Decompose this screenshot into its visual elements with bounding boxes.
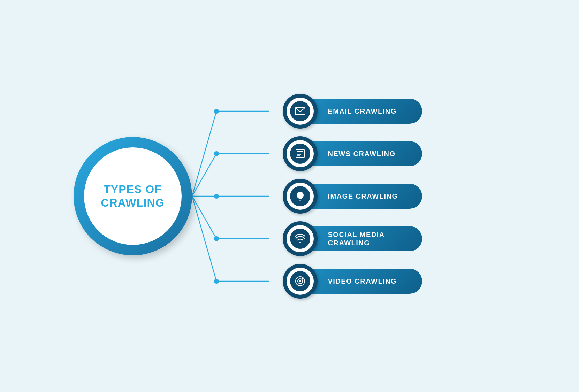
center-circle-inner: TYPES OF CRAWLING [84, 147, 182, 245]
center-circle: TYPES OF CRAWLING [74, 137, 192, 255]
svg-rect-21 [299, 200, 302, 200]
email-icon-inner [287, 98, 314, 125]
image-crawling-item: IMAGE CRAWLING [283, 179, 534, 214]
svg-line-4 [192, 196, 216, 281]
news-crawling-label: NEWS CRAWLING [311, 141, 422, 166]
social-crawling-item: SOCIAL MEDIACRAWLING [283, 221, 534, 256]
svg-line-1 [192, 154, 216, 196]
svg-rect-16 [296, 149, 304, 158]
image-icon-inner [287, 183, 314, 210]
news-icon-inner [287, 140, 314, 167]
svg-point-10 [214, 109, 219, 114]
news-icon-outer [283, 136, 318, 171]
svg-point-26 [302, 278, 303, 279]
svg-rect-22 [299, 200, 301, 201]
lightbulb-icon [290, 186, 310, 206]
email-crawling-item: EMAIL CRAWLING [283, 94, 534, 129]
svg-line-3 [192, 196, 216, 239]
email-icon [290, 101, 310, 121]
video-icon-inner [287, 268, 314, 295]
center-line2: CRAWLING [101, 197, 164, 209]
svg-point-11 [214, 151, 219, 156]
svg-point-13 [214, 236, 219, 241]
video-crawling-label: VIDEO CRAWLING [311, 269, 422, 294]
svg-point-12 [214, 194, 219, 199]
social-icon-outer [283, 221, 318, 256]
crawl-items-container: EMAIL CRAWLING [283, 22, 534, 370]
video-icon-outer [283, 264, 318, 299]
image-icon-outer [283, 179, 318, 214]
video-crawling-item: VIDEO CRAWLING [283, 264, 534, 299]
svg-line-0 [192, 111, 216, 196]
video-icon [290, 271, 310, 291]
social-icon-inner [287, 225, 314, 252]
svg-point-14 [214, 279, 219, 284]
image-crawling-label: IMAGE CRAWLING [311, 184, 422, 209]
email-crawling-label: EMAIL CRAWLING [311, 99, 422, 124]
main-diagram: TYPES OF CRAWLING EMAIL CRAWLING [46, 22, 534, 370]
news-crawling-item: NEWS CRAWLING [283, 136, 534, 171]
news-icon [290, 144, 310, 164]
wifi-icon [290, 229, 310, 249]
center-title: TYPES OF CRAWLING [101, 183, 164, 209]
email-icon-outer [283, 94, 318, 129]
center-line1: TYPES OF [104, 183, 161, 195]
social-crawling-label: SOCIAL MEDIACRAWLING [311, 226, 422, 251]
svg-point-25 [299, 280, 301, 282]
